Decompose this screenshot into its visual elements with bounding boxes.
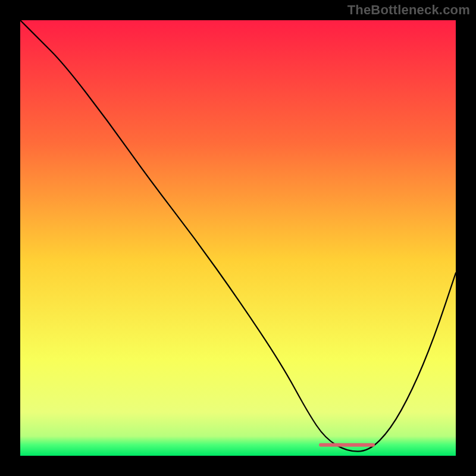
chart-frame: TheBottleneck.com (0, 0, 476, 476)
gradient-background (20, 20, 456, 456)
plot-area (20, 20, 456, 456)
chart-svg (20, 20, 456, 456)
watermark-text: TheBottleneck.com (347, 2, 470, 18)
